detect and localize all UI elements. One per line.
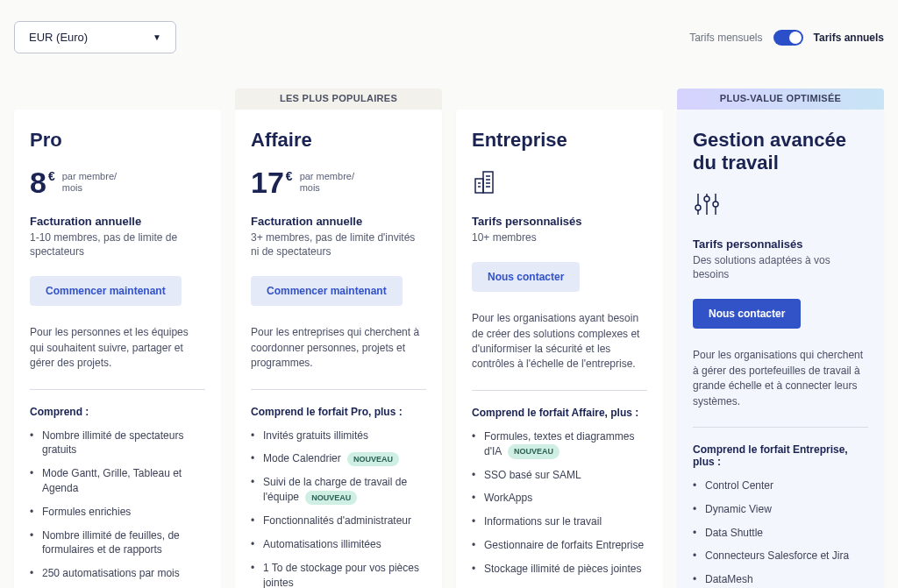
plan-cta-button[interactable]: Commencer maintenant [30, 276, 182, 306]
feature-item: Connecteurs Salesforce et Jira [693, 549, 868, 563]
feature-list: Nombre illimité de spectateurs gratuitsM… [30, 429, 205, 588]
plan-card-body: Pro8€par membre/ moisFacturation annuell… [14, 110, 221, 588]
feature-list: Formules, textes et diagrammes d'IA NOUV… [472, 429, 647, 588]
plan-price: 17€ [251, 167, 293, 197]
billing-desc: 10+ membres [472, 230, 647, 244]
feature-item: 250 automatisations par mois [30, 566, 205, 581]
plan-name: Entreprise [472, 129, 647, 152]
feature-item: Stockage illimité de pièces jointes [472, 562, 647, 577]
feature-item: SSO basé sur SAML [472, 468, 647, 483]
billing-label: Tarifs personnalisés [693, 237, 868, 251]
plan-card-1: LES PLUS POPULAIRESAffaire17€par membre/… [235, 89, 442, 588]
building-icon [472, 167, 500, 195]
plan-card-2: EntrepriseTarifs personnalisés10+ membre… [456, 89, 663, 588]
feature-item: Nombre illimité de feuilles, de formulai… [30, 528, 205, 558]
billing-annual-label[interactable]: Tarifs annuels [814, 32, 884, 44]
billing-toggle-group: Tarifs mensuels Tarifs annuels [689, 30, 884, 46]
feature-item: Automatisations illimitées [251, 537, 426, 552]
price-row [472, 167, 647, 202]
new-badge: NOUVEAU [305, 491, 357, 506]
includes-label: Comprend le forfait Pro, plus : [251, 406, 426, 418]
feature-item: WorkApps [472, 491, 647, 506]
sliders-icon [693, 190, 721, 218]
billing-desc: 1-10 membres, pas de limite de spectateu… [30, 230, 205, 259]
price-unit: par membre/ mois [62, 171, 132, 194]
feature-item: Mode Gantt, Grille, Tableau et Agenda [30, 466, 205, 496]
billing-label: Tarifs personnalisés [472, 215, 647, 228]
feature-item: Suivi de la charge de travail de l'équip… [251, 475, 426, 505]
plan-cta-button[interactable]: Nous contacter [693, 299, 801, 329]
plan-badge [456, 89, 663, 110]
includes-label: Comprend : [30, 406, 205, 418]
plan-badge: LES PLUS POPULAIRES [235, 89, 442, 110]
feature-list: Invités gratuits illimitésMode Calendrie… [251, 429, 426, 588]
price-unit: par membre/ mois [300, 171, 370, 194]
feature-item: Data Shuttle [693, 526, 868, 541]
feature-item: Fonctionnalités d'administrateur [251, 514, 426, 528]
includes-label: Comprend le forfait Entreprise, plus : [693, 443, 868, 468]
feature-list: Control CenterDynamic ViewData ShuttleCo… [693, 478, 868, 588]
includes-label: Comprend le forfait Affaire, plus : [472, 407, 647, 419]
feature-item: DataMesh [693, 572, 868, 587]
plan-card-3: PLUS-VALUE OPTIMISÉEGestion avancée du t… [677, 89, 884, 588]
new-badge: NOUVEAU [347, 452, 399, 467]
price-row: 8€par membre/ mois [30, 167, 205, 202]
plan-card-body: Affaire17€par membre/ moisFacturation an… [235, 110, 442, 588]
chevron-down-icon: ▼ [153, 32, 161, 42]
plan-card-body: Gestion avancée du travailTarifs personn… [677, 110, 884, 588]
billing-label: Facturation annuelle [251, 215, 426, 228]
plan-card-body: EntrepriseTarifs personnalisés10+ membre… [456, 110, 663, 588]
svg-point-11 [704, 196, 709, 202]
feature-item: Dynamic View [693, 502, 868, 517]
price-row [693, 190, 868, 225]
svg-rect-0 [475, 179, 483, 193]
plan-tagline: Pour les personnes et les équipes qui so… [30, 325, 205, 388]
feature-item: Control Center [693, 478, 868, 493]
plan-name: Gestion avancée du travail [693, 129, 868, 174]
new-badge: NOUVEAU [508, 444, 559, 459]
feature-item: 1 To de stockage pour vos pièces jointes [251, 561, 426, 588]
plan-tagline: Pour les organisations qui cherchent à g… [693, 348, 868, 427]
feature-item: Formules enrichies [30, 505, 205, 520]
feature-item: Intégrations d'annuaires [472, 585, 647, 588]
plan-name: Affaire [251, 129, 426, 152]
plan-price: 8€ [30, 167, 55, 197]
svg-rect-1 [483, 172, 493, 193]
plan-badge: PLUS-VALUE OPTIMISÉE [677, 89, 884, 110]
billing-desc: Des solutions adaptées à vos besoins [693, 253, 868, 281]
svg-point-9 [695, 205, 701, 210]
billing-desc: 3+ membres, pas de limite d'invités ni d… [251, 230, 426, 259]
feature-item: Invités gratuits illimités [251, 429, 426, 443]
plan-cta-button[interactable]: Nous contacter [472, 262, 580, 292]
feature-item: Informations sur le travail [472, 514, 647, 529]
billing-label: Facturation annuelle [30, 215, 205, 228]
plan-cta-button[interactable]: Commencer maintenant [251, 276, 403, 306]
currency-select[interactable]: EUR (Euro) ▼ [14, 21, 176, 53]
feature-item: Gestionnaire de forfaits Entreprise [472, 538, 647, 553]
plan-badge [14, 89, 221, 110]
billing-toggle-switch[interactable] [773, 30, 803, 46]
plan-name: Pro [30, 129, 205, 152]
plan-card-0: Pro8€par membre/ moisFacturation annuell… [14, 89, 221, 588]
currency-label: EUR (Euro) [29, 31, 88, 44]
svg-point-13 [713, 202, 718, 207]
feature-item: Formules, textes et diagrammes d'IA NOUV… [472, 429, 647, 459]
feature-item: Mode Calendrier NOUVEAU [251, 451, 426, 466]
price-row: 17€par membre/ mois [251, 167, 426, 202]
plan-tagline: Pour les organisations ayant besoin de c… [472, 311, 647, 390]
plan-tagline: Pour les entreprises qui cherchent à coo… [251, 325, 426, 388]
billing-monthly-label[interactable]: Tarifs mensuels [689, 32, 762, 44]
feature-item: Nombre illimité de spectateurs gratuits [30, 429, 205, 458]
